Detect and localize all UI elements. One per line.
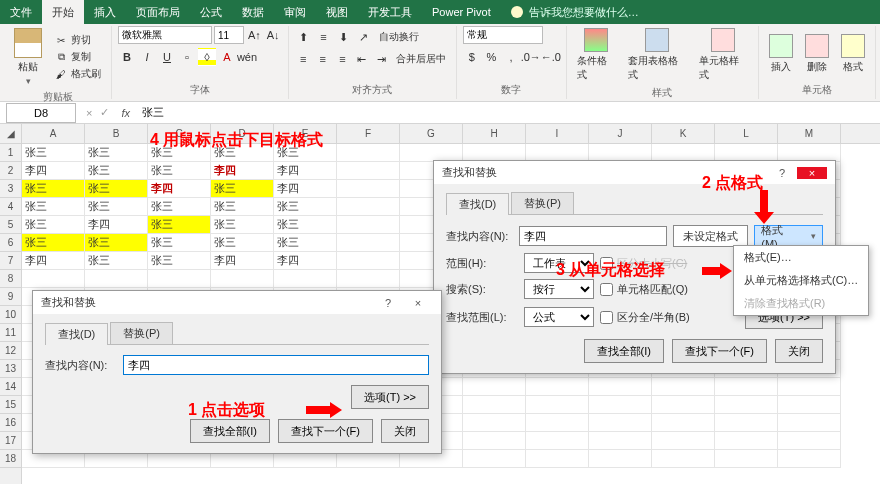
- cell[interactable]: 张三: [85, 144, 148, 162]
- align-middle[interactable]: ≡: [315, 28, 333, 46]
- cell[interactable]: 李四: [148, 180, 211, 198]
- cell[interactable]: [526, 414, 589, 432]
- dlg2-scope-select[interactable]: 工作表: [524, 253, 594, 273]
- col-header[interactable]: L: [715, 124, 778, 143]
- tab-layout[interactable]: 页面布局: [126, 0, 190, 24]
- row-header[interactable]: 10: [0, 306, 21, 324]
- cell[interactable]: [778, 396, 841, 414]
- cell[interactable]: [589, 450, 652, 468]
- cell[interactable]: 张三: [211, 216, 274, 234]
- menu-format[interactable]: 格式(E)…: [734, 246, 868, 269]
- cell[interactable]: 李四: [274, 180, 337, 198]
- col-header[interactable]: G: [400, 124, 463, 143]
- align-center[interactable]: ≡: [314, 50, 332, 68]
- cell[interactable]: [652, 414, 715, 432]
- cell[interactable]: [715, 396, 778, 414]
- cell[interactable]: 李四: [274, 162, 337, 180]
- cell[interactable]: 张三: [22, 180, 85, 198]
- cell[interactable]: [526, 432, 589, 450]
- col-header[interactable]: K: [652, 124, 715, 143]
- cell[interactable]: [589, 432, 652, 450]
- tab-insert[interactable]: 插入: [84, 0, 126, 24]
- cell[interactable]: [715, 378, 778, 396]
- dlg1-find-next[interactable]: 查找下一个(F): [278, 419, 373, 443]
- comma-style[interactable]: ,: [502, 48, 520, 66]
- cell[interactable]: 李四: [22, 252, 85, 270]
- dlg1-find-input[interactable]: [123, 355, 429, 375]
- align-right[interactable]: ≡: [334, 50, 352, 68]
- underline-button[interactable]: U: [158, 48, 176, 66]
- cell[interactable]: [337, 270, 400, 288]
- cell[interactable]: 张三: [274, 216, 337, 234]
- tab-file[interactable]: 文件: [0, 0, 42, 24]
- dlg2-chk-whole[interactable]: [600, 283, 613, 296]
- row-header[interactable]: 3: [0, 180, 21, 198]
- row-header[interactable]: 7: [0, 252, 21, 270]
- dec-decimal[interactable]: ←.0: [542, 48, 560, 66]
- table-format[interactable]: 套用表格格式: [624, 26, 691, 84]
- col-header[interactable]: D: [211, 124, 274, 143]
- cell[interactable]: 张三: [85, 180, 148, 198]
- row-header[interactable]: 12: [0, 342, 21, 360]
- row-header[interactable]: 9: [0, 288, 21, 306]
- orientation[interactable]: ↗: [355, 28, 373, 46]
- tellme-search[interactable]: 告诉我您想要做什么…: [501, 0, 880, 24]
- select-all-triangle[interactable]: ◢: [0, 124, 21, 144]
- dlg1-tab-replace[interactable]: 替换(P): [110, 322, 173, 344]
- cell[interactable]: 张三: [22, 198, 85, 216]
- dlg2-find-all[interactable]: 查找全部(I): [584, 339, 664, 363]
- tab-formula[interactable]: 公式: [190, 0, 232, 24]
- dlg1-close[interactable]: ×: [403, 297, 433, 309]
- cell[interactable]: 张三: [148, 252, 211, 270]
- cell[interactable]: 张三: [22, 144, 85, 162]
- row-header[interactable]: 17: [0, 432, 21, 450]
- col-header[interactable]: E: [274, 124, 337, 143]
- cell[interactable]: [526, 396, 589, 414]
- number-format-combo[interactable]: [463, 26, 543, 44]
- font-color-button[interactable]: A: [218, 48, 236, 66]
- cell[interactable]: [463, 378, 526, 396]
- cell[interactable]: 张三: [274, 198, 337, 216]
- cell[interactable]: 张三: [148, 162, 211, 180]
- cell[interactable]: [337, 216, 400, 234]
- col-header[interactable]: C: [148, 124, 211, 143]
- dlg2-tab-replace[interactable]: 替换(P): [511, 192, 574, 214]
- cell[interactable]: [715, 450, 778, 468]
- phonetic-button[interactable]: wén: [238, 48, 256, 66]
- percent[interactable]: %: [483, 48, 501, 66]
- cell-style[interactable]: 单元格样式: [695, 26, 752, 84]
- row-header[interactable]: 15: [0, 396, 21, 414]
- tab-home[interactable]: 开始: [42, 0, 84, 24]
- cell[interactable]: 李四: [211, 162, 274, 180]
- cell[interactable]: 李四: [274, 252, 337, 270]
- dlg1-find-all[interactable]: 查找全部(I): [190, 419, 270, 443]
- font-name-combo[interactable]: [118, 26, 212, 44]
- cell[interactable]: [526, 378, 589, 396]
- cell[interactable]: [589, 396, 652, 414]
- row-header[interactable]: 4: [0, 198, 21, 216]
- cell[interactable]: [652, 378, 715, 396]
- cell[interactable]: [85, 270, 148, 288]
- italic-button[interactable]: I: [138, 48, 156, 66]
- insert-cells[interactable]: 插入: [765, 32, 797, 76]
- cell[interactable]: [148, 270, 211, 288]
- dlg1-help[interactable]: ?: [373, 297, 403, 309]
- cell[interactable]: 张三: [211, 144, 274, 162]
- align-bottom[interactable]: ⬇: [335, 28, 353, 46]
- wrap-text[interactable]: 自动换行: [375, 28, 423, 46]
- cell[interactable]: 张三: [148, 144, 211, 162]
- decrease-font[interactable]: A↓: [265, 26, 282, 44]
- col-header[interactable]: J: [589, 124, 652, 143]
- row-header[interactable]: 8: [0, 270, 21, 288]
- border-button[interactable]: ▫: [178, 48, 196, 66]
- row-header[interactable]: 13: [0, 360, 21, 378]
- cell[interactable]: 李四: [85, 216, 148, 234]
- cond-format[interactable]: 条件格式: [573, 26, 620, 84]
- col-header[interactable]: F: [337, 124, 400, 143]
- cell[interactable]: [589, 414, 652, 432]
- cell[interactable]: [715, 432, 778, 450]
- cell[interactable]: 张三: [148, 216, 211, 234]
- cell[interactable]: 张三: [85, 162, 148, 180]
- row-header[interactable]: 6: [0, 234, 21, 252]
- cell[interactable]: [463, 414, 526, 432]
